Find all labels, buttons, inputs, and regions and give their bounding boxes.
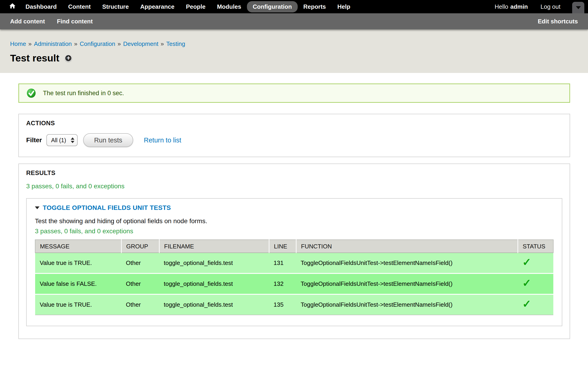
cell-group: Other <box>121 253 159 273</box>
status-ok-icon <box>26 88 36 98</box>
breadcrumb-separator: » <box>28 40 32 47</box>
add-shortcut-icon[interactable]: + <box>65 55 72 62</box>
breadcrumb: Home»Administration»Configuration»Develo… <box>10 40 588 48</box>
table-row: Value true is TRUE. Other toggle_optiona… <box>35 253 553 273</box>
logout-link[interactable]: Log out <box>540 3 561 10</box>
toolbar-menu-structure[interactable]: Structure <box>96 1 135 12</box>
page-header: Home»Administration»Configuration»Develo… <box>0 29 588 73</box>
filter-select-value: All (1) <box>51 137 66 144</box>
greeting-prefix: Hello <box>494 3 508 10</box>
cell-filename: toggle_optional_fields.test <box>159 273 269 294</box>
pass-check-icon: ✓ <box>522 256 531 268</box>
select-arrows-icon <box>71 137 74 143</box>
shortcut-bar: Add content Find content Edit shortcuts <box>0 13 588 29</box>
cell-filename: toggle_optional_fields.test <box>159 294 269 315</box>
results-summary: 3 passes, 0 fails, and 0 exceptions <box>26 183 562 190</box>
actions-panel: ACTIONS Filter All (1) Run tests Return … <box>18 114 570 157</box>
toolbar-menu-content[interactable]: Content <box>62 1 96 12</box>
test-group-title[interactable]: TOGGLE OPTIONAL FIELDS UNIT TESTS <box>43 204 171 211</box>
toolbar-menu-reports[interactable]: Reports <box>298 1 332 12</box>
shortcut-add-content[interactable]: Add content <box>10 18 45 25</box>
toolbar-menu-dashboard[interactable]: Dashboard <box>20 1 62 12</box>
cell-line: 132 <box>269 273 296 294</box>
breadcrumb-configuration[interactable]: Configuration <box>80 40 115 47</box>
toolbar-menu-appearance[interactable]: Appearance <box>135 1 180 12</box>
breadcrumb-home[interactable]: Home <box>10 40 26 47</box>
page-title: Test result <box>10 52 59 64</box>
col-header-status: STATUS <box>518 240 553 253</box>
cell-line: 131 <box>269 253 296 273</box>
actions-legend: ACTIONS <box>26 120 562 127</box>
col-header-line: LINE <box>269 240 296 253</box>
table-header-row: MESSAGE GROUP FILENAME LINE FUNCTION STA… <box>35 240 553 253</box>
toolbar-menu-configuration[interactable]: Configuration <box>247 1 297 12</box>
run-tests-button[interactable]: Run tests <box>83 133 133 147</box>
breadcrumb-separator: » <box>118 40 121 47</box>
cell-filename: toggle_optional_fields.test <box>159 253 269 273</box>
shortcut-find-content[interactable]: Find content <box>57 18 93 25</box>
chevron-down-icon <box>576 6 581 9</box>
breadcrumb-separator: » <box>74 40 78 47</box>
breadcrumb-testing[interactable]: Testing <box>166 40 185 47</box>
return-to-list-link[interactable]: Return to list <box>144 136 181 144</box>
test-group-collapse-toggle[interactable]: TOGGLE OPTIONAL FIELDS UNIT TESTS <box>35 204 553 211</box>
toolbar-drawer-toggle[interactable] <box>572 2 584 13</box>
edit-shortcuts-link[interactable]: Edit shortcuts <box>538 18 578 25</box>
toolbar-menu-help[interactable]: Help <box>332 1 356 12</box>
cell-group: Other <box>121 294 159 315</box>
col-header-message: MESSAGE <box>35 240 121 253</box>
cell-line: 135 <box>269 294 296 315</box>
cell-message: Value true is TRUE. <box>35 294 121 315</box>
toolbar-user-area: Helloadmin Log out <box>494 3 561 10</box>
results-panel: RESULTS 3 passes, 0 fails, and 0 excepti… <box>18 164 570 339</box>
test-results-table: MESSAGE GROUP FILENAME LINE FUNCTION STA… <box>35 240 553 315</box>
actions-controls: Filter All (1) Run tests Return to list <box>26 133 562 147</box>
table-row: Value false is FALSE. Other toggle_optio… <box>35 273 553 294</box>
pass-check-icon: ✓ <box>522 298 531 310</box>
status-message-text: The test run finished in 0 sec. <box>43 90 124 97</box>
admin-toolbar: Dashboard Content Structure Appearance P… <box>0 0 588 13</box>
user-greeting: Helloadmin <box>494 3 528 10</box>
cell-function: ToggleOptionalFieldsUnitTest->testElemen… <box>296 273 518 294</box>
col-header-filename: FILENAME <box>159 240 269 253</box>
filter-label: Filter <box>26 136 42 144</box>
toolbar-menu: Dashboard Content Structure Appearance P… <box>20 1 356 12</box>
home-icon <box>9 2 16 11</box>
cell-message: Value false is FALSE. <box>35 273 121 294</box>
admin-header: Dashboard Content Structure Appearance P… <box>0 0 588 29</box>
title-row: Test result + <box>10 52 588 64</box>
breadcrumb-administration[interactable]: Administration <box>34 40 72 47</box>
collapse-triangle-icon <box>35 206 40 209</box>
col-header-group: GROUP <box>121 240 159 253</box>
home-button[interactable] <box>5 2 20 11</box>
pass-check-icon: ✓ <box>522 277 531 289</box>
test-group-panel: TOGGLE OPTIONAL FIELDS UNIT TESTS Test t… <box>26 198 562 326</box>
breadcrumb-separator: » <box>161 40 164 47</box>
cell-group: Other <box>121 273 159 294</box>
breadcrumb-development[interactable]: Development <box>123 40 158 47</box>
test-group-description: Test the showing and hiding of optional … <box>35 217 553 225</box>
table-row: Value true is TRUE. Other toggle_optiona… <box>35 294 553 315</box>
main-content: The test run finished in 0 sec. ACTIONS … <box>0 73 588 339</box>
filter-select[interactable]: All (1) <box>46 134 78 146</box>
toolbar-menu-modules[interactable]: Modules <box>211 1 247 12</box>
results-legend: RESULTS <box>26 169 562 177</box>
toolbar-menu-people[interactable]: People <box>180 1 211 12</box>
cell-function: ToggleOptionalFieldsUnitTest->testElemen… <box>296 294 518 315</box>
username[interactable]: admin <box>510 3 528 10</box>
cell-message: Value true is TRUE. <box>35 253 121 273</box>
col-header-function: FUNCTION <box>296 240 518 253</box>
status-message: The test run finished in 0 sec. <box>18 83 570 103</box>
test-group-summary: 3 passes, 0 fails, and 0 exceptions <box>35 227 553 235</box>
cell-function: ToggleOptionalFieldsUnitTest->testElemen… <box>296 253 518 273</box>
